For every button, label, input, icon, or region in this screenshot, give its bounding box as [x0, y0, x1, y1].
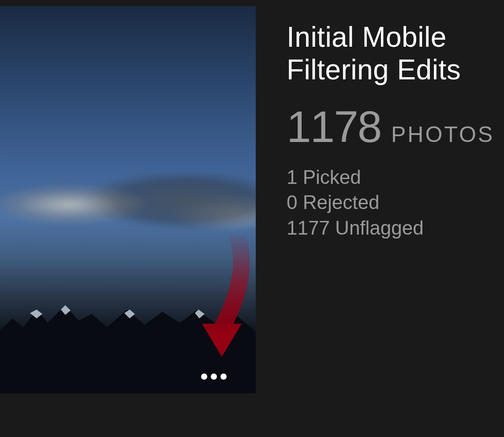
flag-summary: 1 Picked 0 Rejected 1177 Unflagged [287, 164, 504, 240]
flag-rejected: 0 Rejected [287, 190, 504, 215]
dot-icon [201, 374, 207, 380]
more-options-button[interactable] [198, 370, 230, 384]
dot-icon [211, 374, 217, 380]
flag-unflagged: 1177 Unflagged [287, 215, 504, 240]
photo-count-number: 1178 [287, 105, 381, 149]
collection-cover-image[interactable] [0, 6, 256, 393]
collection-title: Initial Mobile Filtering Edits [287, 21, 504, 86]
photo-count-row: 1178 PHOTOS [287, 105, 504, 149]
dot-icon [220, 374, 227, 380]
flag-picked: 1 Picked [287, 164, 504, 190]
collection-info-panel: Initial Mobile Filtering Edits 1178 PHOT… [287, 21, 504, 240]
photo-count-label: PHOTOS [391, 122, 494, 147]
